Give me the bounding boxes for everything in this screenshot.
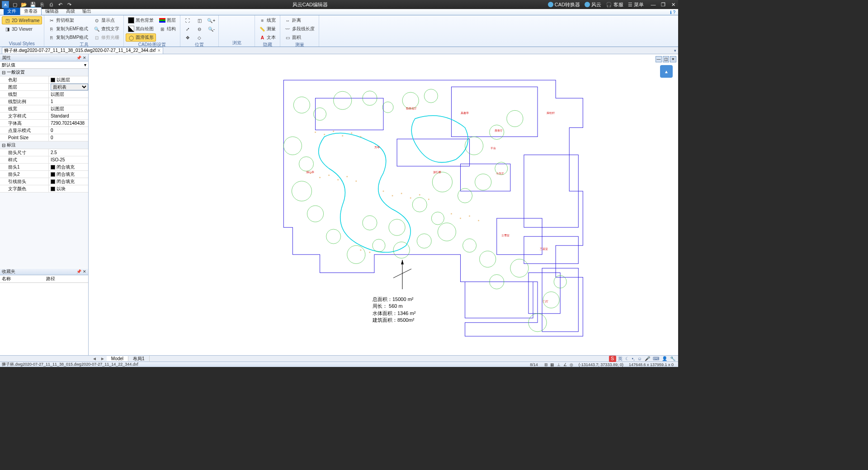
prop-value[interactable]: Standard (49, 113, 88, 119)
prop-value[interactable]: 7290.702148438 (49, 120, 88, 127)
text-button[interactable]: A文本 (257, 33, 278, 42)
prop-row[interactable]: 字体高7290.702148438 (0, 120, 88, 127)
redo-icon[interactable]: ↷ (66, 1, 72, 8)
findtext-button[interactable]: 🔍查找文字 (91, 25, 122, 33)
prop-value[interactable]: 以块 (49, 185, 88, 192)
prop-row[interactable]: 箭头尺寸2.5 (0, 149, 88, 156)
prop-row[interactable]: 图层面积表 (0, 84, 88, 91)
showpoint-button[interactable]: ⊙显示点 (91, 16, 122, 24)
ime-key-icon[interactable]: ⌨ (652, 356, 660, 361)
fav-col-path[interactable]: 路径 (44, 275, 89, 282)
print-icon[interactable]: ⎙ (48, 1, 54, 8)
pin-icon[interactable]: 📌 ✕ (76, 269, 86, 274)
ime-person-icon[interactable]: 👤 (661, 356, 668, 361)
menu-link[interactable]: ☰菜单 (628, 1, 644, 8)
prop-value[interactable]: 闭合填充 (49, 164, 88, 170)
close-tab-icon[interactable]: ✕ (157, 48, 161, 53)
ime-smile-icon[interactable]: ☺ (637, 356, 643, 361)
help-icon[interactable]: ℹ ? (670, 10, 675, 15)
saveall-icon[interactable]: ⎘ (39, 1, 45, 8)
doc-tabs-expand[interactable]: ▾ (674, 48, 676, 53)
prop-value[interactable]: 0 (49, 127, 88, 134)
tab-file[interactable]: 文件 (4, 8, 20, 15)
wireframe-button[interactable]: ◳2D Wireframe (2, 16, 42, 24)
minimize-button[interactable]: — (650, 2, 656, 8)
pos-r1c2[interactable]: ◫ (194, 16, 205, 24)
prop-value[interactable]: 以图层 (49, 91, 88, 98)
ime-lang[interactable]: 英 (617, 356, 623, 362)
pos-r3c1[interactable]: ✥ (182, 33, 193, 42)
prop-value[interactable]: 0 (49, 134, 88, 141)
viewcube[interactable]: ▲ (660, 65, 673, 78)
prop-value[interactable]: 面积表 (49, 84, 88, 90)
pin-icon[interactable]: 📌 ✕ (76, 56, 86, 60)
prop-value[interactable]: 以图层 (49, 76, 88, 83)
prop-row[interactable]: 色彩以图层 (0, 76, 88, 84)
prop-value[interactable]: 闭合填充 (49, 171, 88, 178)
prop-row[interactable]: Point Size0 (0, 134, 88, 141)
ime-icon[interactable]: S (609, 356, 616, 362)
view-close-icon[interactable]: ✕ (670, 56, 676, 62)
pos-r1c3[interactable]: 🔍+ (206, 16, 217, 24)
cutframe-button[interactable]: ✂剪切框架 (46, 16, 91, 24)
tab-advanced[interactable]: 高级 (62, 8, 79, 15)
layers-button[interactable]: 图层 (157, 16, 178, 24)
struct-button[interactable]: ⊞结构 (157, 25, 178, 33)
viewer3d-button[interactable]: ◨3D Viewer (2, 25, 42, 33)
tab-output[interactable]: 输出 (79, 8, 95, 15)
measure-button[interactable]: 📏测量 (257, 25, 278, 33)
area-button[interactable]: ▭面积 (282, 33, 317, 42)
maximize-button[interactable]: ❐ (660, 2, 666, 8)
pos-r3c2[interactable]: ◇ (194, 33, 205, 42)
prop-row[interactable]: 箭头1闭合填充 (0, 164, 88, 171)
view-min-icon[interactable]: — (656, 56, 662, 62)
tab-viewer[interactable]: 查看器 (20, 7, 42, 15)
prop-value[interactable]: 以图层 (49, 105, 88, 112)
close-button[interactable]: ✕ (670, 2, 676, 8)
prop-row[interactable]: 线型以图层 (0, 91, 88, 98)
prop-cat-annotation[interactable]: ⊟标注 (0, 141, 88, 149)
ortho-icon[interactable]: ⊥ (556, 362, 561, 367)
save-icon[interactable]: 💾 (30, 1, 36, 8)
pos-r2c1[interactable]: ⤢ (182, 25, 193, 33)
pos-r2c2[interactable]: ⊖ (194, 25, 205, 33)
ime-moon-icon[interactable]: ☾ (624, 356, 630, 361)
prop-row[interactable]: 文字颜色以块 (0, 185, 88, 193)
prop-row[interactable]: 箭头2闭合填充 (0, 171, 88, 178)
canvas[interactable]: — ◫ ✕ ▲ (89, 54, 678, 355)
prop-value[interactable]: ISO-25 (49, 156, 88, 163)
new-icon[interactable]: ▢ (12, 1, 18, 8)
grid-icon[interactable]: ▦ (550, 362, 555, 367)
prop-row[interactable]: 点显示模式0 (0, 127, 88, 134)
view-tile-icon[interactable]: ◫ (663, 56, 669, 62)
tab-layout1[interactable]: 布局1 (128, 356, 150, 362)
copybmp-button[interactable]: ⎘复制为BMP格式 (46, 33, 91, 42)
polar-icon[interactable]: ∠ (562, 362, 568, 367)
ime-punct-icon[interactable]: •, (631, 356, 636, 361)
prop-row[interactable]: 样式ISO-25 (0, 156, 88, 164)
layout-next[interactable]: ► (99, 356, 107, 361)
tab-model[interactable]: Model (107, 356, 128, 361)
bwdraw-button[interactable]: 黑白绘图 (126, 25, 156, 33)
distance-button[interactable]: ↔距离 (282, 16, 317, 24)
open-icon[interactable]: 📂 (21, 1, 27, 8)
prop-row[interactable]: 引线箭头闭合填充 (0, 178, 88, 185)
pos-r2c3[interactable]: 🔍- (206, 25, 217, 33)
prop-row[interactable]: 线型比例1 (0, 98, 88, 105)
snap-icon[interactable]: ⊞ (543, 362, 549, 367)
blackbg-button[interactable]: 黑色背景 (126, 16, 156, 24)
ime-mic-icon[interactable]: 🎤 (644, 356, 651, 361)
brand-link[interactable]: 风云 (585, 1, 601, 8)
prop-value[interactable]: 2.5 (49, 149, 88, 156)
lineweight-button[interactable]: ≡线宽 (257, 16, 278, 24)
cad-converter-link[interactable]: CAD转换器 (548, 1, 580, 8)
prop-value[interactable]: 闭合填充 (49, 178, 88, 185)
prop-value[interactable]: 1 (49, 98, 88, 105)
pos-r1c1[interactable]: ⛶ (182, 16, 193, 24)
prop-row[interactable]: 文字样式Standard (0, 113, 88, 120)
tab-editor[interactable]: 编辑器 (42, 8, 62, 15)
osnap-icon[interactable]: ◎ (569, 362, 574, 367)
properties-default[interactable]: 默认值▾ (0, 61, 88, 69)
fav-col-name[interactable]: 名称 (0, 275, 44, 282)
support-link[interactable]: 🎧客服 (606, 1, 623, 8)
